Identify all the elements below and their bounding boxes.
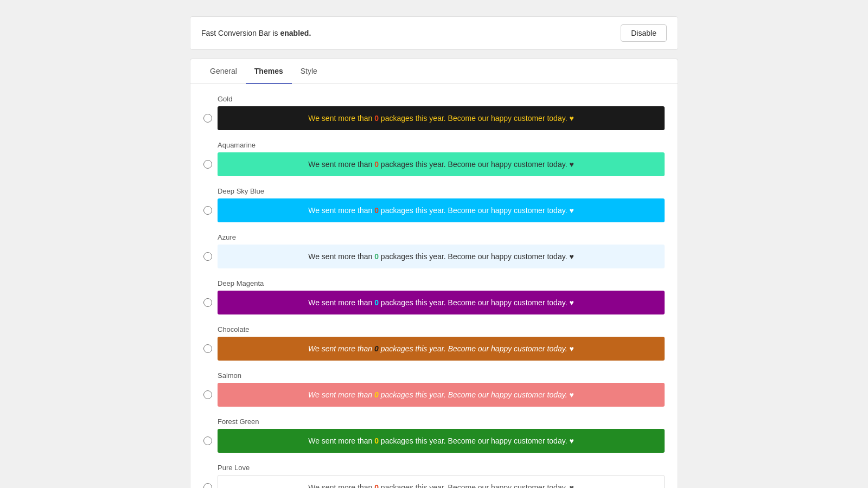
theme-radio-deepskyblue[interactable] — [203, 206, 212, 215]
theme-item-salmon: SalmonWe sent more than 0 packages this … — [203, 371, 665, 407]
theme-number-deepskyblue: 0 — [374, 206, 379, 215]
theme-row-purelove: We sent more than 0 packages this year. … — [203, 475, 665, 488]
theme-label-gold: Gold — [218, 95, 665, 103]
theme-radio-gold[interactable] — [203, 114, 212, 123]
theme-item-deepmagenta: Deep MagentaWe sent more than 0 packages… — [203, 279, 665, 314]
tabs-header: General Themes Style — [190, 59, 678, 84]
status-bar: Fast Conversion Bar is enabled. Disable — [190, 16, 678, 50]
theme-row-gold: We sent more than 0 packages this year. … — [203, 106, 665, 130]
theme-bar-chocolate: We sent more than 0 packages this year. … — [218, 337, 665, 361]
theme-number-azure: 0 — [374, 252, 379, 261]
theme-row-forestgreen: We sent more than 0 packages this year. … — [203, 429, 665, 453]
theme-row-deepmagenta: We sent more than 0 packages this year. … — [203, 291, 665, 314]
theme-row-aquamarine: We sent more than 0 packages this year. … — [203, 152, 665, 176]
theme-radio-chocolate[interactable] — [203, 344, 212, 353]
theme-radio-azure[interactable] — [203, 252, 212, 261]
theme-number-aquamarine: 0 — [374, 160, 379, 169]
theme-bar-aquamarine: We sent more than 0 packages this year. … — [218, 152, 665, 176]
status-enabled: enabled. — [280, 29, 311, 37]
theme-row-azure: We sent more than 0 packages this year. … — [203, 245, 665, 268]
theme-number-salmon: 0 — [374, 390, 379, 399]
theme-row-deepskyblue: We sent more than 0 packages this year. … — [203, 198, 665, 222]
theme-bar-azure: We sent more than 0 packages this year. … — [218, 245, 665, 268]
theme-bar-purelove: We sent more than 0 packages this year. … — [218, 475, 665, 488]
theme-bar-deepmagenta: We sent more than 0 packages this year. … — [218, 291, 665, 314]
theme-radio-forestgreen[interactable] — [203, 436, 212, 445]
status-prefix: Fast Conversion Bar is — [201, 29, 280, 37]
theme-number-chocolate: 0 — [374, 344, 379, 353]
theme-number-purelove: 0 — [374, 483, 379, 488]
theme-radio-salmon[interactable] — [203, 390, 212, 399]
theme-number-deepmagenta: 0 — [374, 298, 379, 307]
status-text: Fast Conversion Bar is enabled. — [201, 29, 311, 37]
theme-item-deepskyblue: Deep Sky BlueWe sent more than 0 package… — [203, 187, 665, 222]
theme-label-chocolate: Chocolate — [218, 325, 665, 333]
theme-item-gold: GoldWe sent more than 0 packages this ye… — [203, 95, 665, 130]
theme-item-purelove: Pure LoveWe sent more than 0 packages th… — [203, 464, 665, 488]
disable-button[interactable]: Disable — [621, 24, 667, 42]
theme-label-azure: Azure — [218, 233, 665, 241]
theme-label-aquamarine: Aquamarine — [218, 141, 665, 149]
theme-number-forestgreen: 0 — [374, 436, 379, 445]
theme-item-aquamarine: AquamarineWe sent more than 0 packages t… — [203, 141, 665, 176]
theme-number-gold: 0 — [374, 114, 379, 123]
theme-radio-aquamarine[interactable] — [203, 160, 212, 169]
theme-bar-deepskyblue: We sent more than 0 packages this year. … — [218, 198, 665, 222]
theme-radio-deepmagenta[interactable] — [203, 298, 212, 307]
theme-label-deepskyblue: Deep Sky Blue — [218, 187, 665, 195]
theme-item-azure: AzureWe sent more than 0 packages this y… — [203, 233, 665, 268]
main-container: Fast Conversion Bar is enabled. Disable … — [190, 16, 678, 488]
theme-bar-gold: We sent more than 0 packages this year. … — [218, 106, 665, 130]
tab-general[interactable]: General — [201, 59, 246, 84]
theme-row-chocolate: We sent more than 0 packages this year. … — [203, 337, 665, 361]
theme-label-forestgreen: Forest Green — [218, 418, 665, 426]
tab-themes[interactable]: Themes — [246, 59, 292, 84]
theme-label-deepmagenta: Deep Magenta — [218, 279, 665, 287]
theme-radio-purelove[interactable] — [203, 483, 212, 488]
theme-item-chocolate: ChocolateWe sent more than 0 packages th… — [203, 325, 665, 361]
tabs-panel: General Themes Style GoldWe sent more th… — [190, 59, 678, 488]
theme-row-salmon: We sent more than 0 packages this year. … — [203, 383, 665, 407]
theme-bar-forestgreen: We sent more than 0 packages this year. … — [218, 429, 665, 453]
themes-content: GoldWe sent more than 0 packages this ye… — [190, 84, 678, 488]
theme-label-purelove: Pure Love — [218, 464, 665, 472]
theme-label-salmon: Salmon — [218, 371, 665, 380]
theme-item-forestgreen: Forest GreenWe sent more than 0 packages… — [203, 418, 665, 453]
theme-bar-salmon: We sent more than 0 packages this year. … — [218, 383, 665, 407]
tab-style[interactable]: Style — [292, 59, 326, 84]
